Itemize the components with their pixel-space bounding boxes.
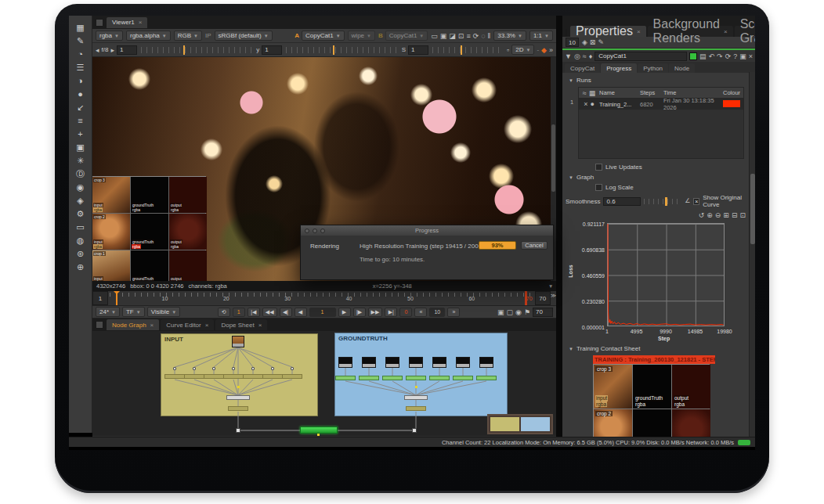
gain-arrow-right-icon[interactable]: ▸ <box>110 45 114 55</box>
color-sample-icon[interactable]: ♦ <box>589 52 593 60</box>
pixel-aspect-dropdown[interactable]: 1:1▼ <box>529 31 553 41</box>
channels-dropdown[interactable]: rgba▼ <box>96 31 123 41</box>
wipe-dropdown[interactable]: wipe▼ <box>348 31 375 41</box>
link-icon[interactable]: ⊠ <box>590 38 596 46</box>
loss-plot-area[interactable] <box>607 223 725 326</box>
metadata-icon[interactable]: ◈ <box>73 195 89 206</box>
float-icon[interactable]: ▣ <box>739 52 746 60</box>
gain-fstop[interactable]: f/8 <box>102 46 109 53</box>
saturation-field[interactable]: 1 <box>408 45 428 55</box>
region-icon[interactable]: ▢ <box>507 308 514 317</box>
other-icon[interactable]: ▭ <box>73 221 89 232</box>
play-forward-icon[interactable]: ▶ <box>338 308 351 317</box>
collapse-triangle-icon[interactable]: ▼ <box>569 175 573 180</box>
run-colour-swatch[interactable] <box>723 100 740 107</box>
visibility-dropdown[interactable]: Visible▼ <box>147 307 180 317</box>
run-row[interactable]: ×● Training_2... 6820 Fri Jan 30 13:18:3… <box>579 99 743 110</box>
channel-icon[interactable]: ☰ <box>73 62 89 73</box>
goto-end-icon[interactable]: ▶| <box>385 308 397 317</box>
merge-icon[interactable]: ≡ <box>73 115 89 126</box>
channels-icon[interactable]: ≈ <box>583 52 587 60</box>
buffer-b[interactable]: B CopyCat1▼ <box>378 31 428 41</box>
zoom-in-icon[interactable]: ⊕ <box>707 211 713 219</box>
read-node[interactable] <box>338 357 352 368</box>
toolsets-icon[interactable]: ⚙ <box>73 208 89 219</box>
properties-scrollbar[interactable] <box>749 72 755 437</box>
crop-node[interactable] <box>429 376 450 380</box>
close-icon[interactable]: × <box>637 28 641 35</box>
render-flag-icon[interactable]: ▣ <box>497 308 504 317</box>
crop-node[interactable] <box>359 376 379 380</box>
input-process-toggle[interactable]: IP <box>205 32 211 39</box>
max-panels-field[interactable]: 10 <box>566 38 579 47</box>
crop-node[interactable] <box>223 374 244 379</box>
redo-icon[interactable]: ↷ <box>717 52 723 60</box>
dot-node[interactable] <box>173 367 176 370</box>
decrement-icon[interactable]: « <box>414 308 427 317</box>
prev-increment-icon[interactable]: ◀◀ <box>262 308 277 317</box>
transform-icon[interactable]: + <box>73 128 89 139</box>
info-chevron-icon[interactable]: ▾ <box>549 283 552 290</box>
timeline-ruler[interactable]: 1 70 102030405060 70 ≫ <box>92 291 556 306</box>
fps-dropdown[interactable]: 24*▼ <box>96 307 120 317</box>
keyer-icon[interactable]: ↙ <box>73 102 89 113</box>
undo-icon[interactable]: ↶ <box>709 52 715 60</box>
help-icon[interactable]: ? <box>733 52 737 60</box>
edit-icon[interactable]: ✎ <box>598 38 604 46</box>
ocio-icon[interactable]: ◍ <box>73 235 89 246</box>
close-icon[interactable]: × <box>205 322 209 329</box>
frame-x-icon[interactable]: ⊞ <box>723 211 729 219</box>
show-original-curve-checkbox[interactable]: × <box>693 198 699 205</box>
color-icon[interactable]: ◑ <box>73 75 89 86</box>
draw-icon[interactable]: ✎ <box>73 35 89 46</box>
help-icon[interactable]: ⊕ <box>73 261 89 272</box>
collapse-triangle-icon[interactable]: ▼ <box>569 347 573 351</box>
time-icon[interactable]: ◔ <box>73 49 89 59</box>
in-frame-icon[interactable]: 1 <box>233 308 245 317</box>
gain-arrow-left-icon[interactable]: ◂ <box>96 45 99 55</box>
display-mode-dropdown[interactable]: RGB▼ <box>174 31 202 41</box>
window-controls[interactable] <box>305 229 325 233</box>
crop-node[interactable] <box>406 376 426 380</box>
wipe-mode-icon[interactable]: ◪ <box>449 31 456 41</box>
play-backward-icon[interactable]: ◀ <box>295 308 307 317</box>
tab-background-renders[interactable]: Background Renders× <box>648 26 733 37</box>
crop-node[interactable] <box>282 374 302 379</box>
buffer-a[interactable]: A CopyCat1▼ <box>295 31 344 41</box>
close-icon[interactable]: × <box>724 28 728 35</box>
read-node[interactable] <box>385 357 399 368</box>
gain-field[interactable]: 1 <box>117 45 137 55</box>
curve-icon[interactable]: ∠ <box>685 196 690 206</box>
revert-icon[interactable]: ⟳ <box>725 52 732 60</box>
prev-keyframe-icon[interactable]: ◀| <box>280 308 292 317</box>
crop-node[interactable] <box>204 374 224 379</box>
grid-column-icon[interactable]: ▦ <box>589 89 596 97</box>
crop-node[interactable] <box>453 376 473 380</box>
refresh-graph-icon[interactable]: ↺ <box>699 211 705 219</box>
pane-menu-icon[interactable] <box>566 29 567 37</box>
framecycle-icon[interactable]: ◆ <box>541 45 547 55</box>
copycat-node[interactable] <box>300 427 338 434</box>
tab-dope-sheet[interactable]: Dope Sheet× <box>215 319 267 330</box>
live-updates-checkbox[interactable] <box>595 164 602 171</box>
views-icon[interactable]: ◉ <box>73 182 89 193</box>
crop-node[interactable] <box>164 374 185 379</box>
dot-node[interactable] <box>232 367 235 370</box>
crop-node[interactable] <box>243 374 263 379</box>
dot-node[interactable] <box>193 367 196 370</box>
smoothness-field[interactable]: 0.6 <box>603 197 641 206</box>
curve-column-icon[interactable]: ≈ <box>583 89 587 97</box>
mask-overlay-icon[interactable]: ▣ <box>440 31 447 41</box>
crop-node-input[interactable] <box>228 406 248 411</box>
append-clip-node-gt[interactable] <box>404 395 428 400</box>
gain-sat-icon[interactable]: ▭ <box>431 31 438 41</box>
close-icon[interactable]: × <box>150 322 154 329</box>
runs-section-header[interactable]: ▼ Runs <box>562 75 755 85</box>
frame-all-icon[interactable]: ⊡ <box>739 211 746 219</box>
read-node[interactable] <box>232 336 244 347</box>
node-graph-minimap[interactable] <box>487 414 553 434</box>
ruler-chevron-icon[interactable]: ≫ <box>551 291 556 305</box>
tab-curve-editor[interactable]: Curve Editor× <box>161 319 214 330</box>
close-icon[interactable]: × <box>258 322 262 329</box>
graph-section-header[interactable]: ▼ Graph <box>562 172 755 182</box>
